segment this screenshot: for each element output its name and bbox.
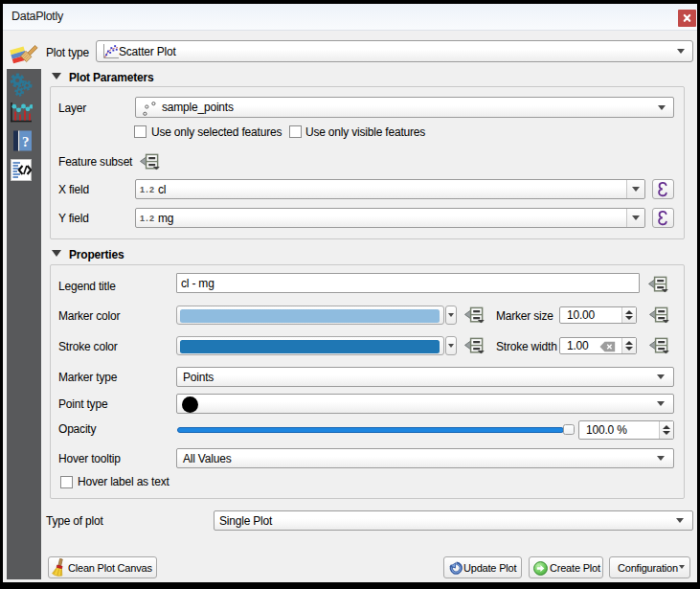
svg-text:?: ? [22, 134, 29, 149]
